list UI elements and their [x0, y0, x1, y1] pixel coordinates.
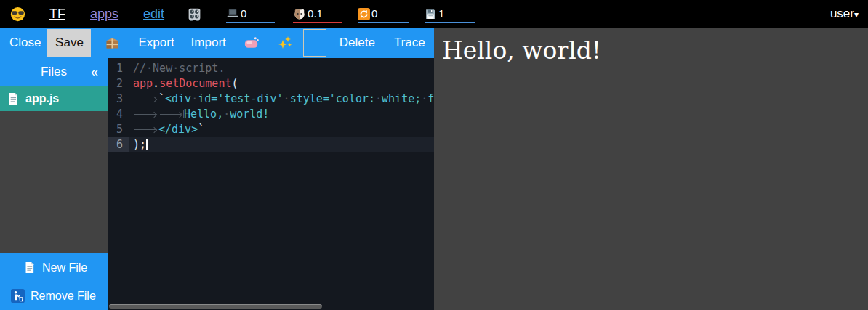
editor-toolbar: Close Save Export Import Delete Trace — [0, 28, 434, 58]
text-cursor — [146, 139, 148, 150]
laptop-icon — [226, 7, 239, 20]
collapse-sidebar-button[interactable]: « — [91, 65, 98, 80]
new-file-label: New File — [42, 261, 87, 274]
new-file-button[interactable]: New File — [0, 253, 108, 282]
files-sidebar: Files « app.js New File — [0, 58, 108, 310]
code-line-content: Hello,·world! — [129, 107, 434, 122]
code-token: ( — [231, 77, 238, 90]
code-token: · — [375, 92, 382, 105]
saves-metric-field[interactable]: 1 — [425, 4, 475, 23]
line-number[interactable]: 6 — [108, 137, 129, 152]
code-token: world! — [230, 107, 269, 121]
user-menu[interactable]: user▾ — [830, 7, 859, 21]
sunglasses-face-icon[interactable] — [10, 7, 25, 22]
file-tree-area[interactable] — [0, 111, 108, 253]
code-token: ` — [198, 123, 204, 136]
code-token: script. — [179, 62, 225, 75]
code-token: id='test-div' — [198, 92, 283, 105]
line-number[interactable]: 2 — [108, 76, 129, 91]
code-line-content: //·New·script. — [129, 61, 434, 76]
code-token: · — [172, 62, 179, 75]
tab-marker-icon — [133, 109, 158, 119]
code-line[interactable]: 6); — [108, 137, 434, 152]
export-button[interactable]: Export — [138, 36, 174, 50]
apps-link[interactable]: apps — [90, 7, 118, 22]
sparkles-icon[interactable] — [278, 36, 292, 50]
code-token: Hello, — [184, 107, 223, 121]
code-line-content: app.setDocument( — [129, 76, 434, 91]
refresh-metric-field[interactable]: 0 — [358, 4, 409, 23]
code-line-content: ); — [129, 137, 434, 152]
code-rows: 1//·New·script.2app.setDocument(3`<div·i… — [108, 61, 434, 152]
new-file-icon — [24, 261, 35, 274]
code-line-content: </div>` — [129, 122, 434, 137]
refresh-icon — [358, 8, 370, 20]
code-token: setDocument — [159, 77, 231, 90]
code-token: New — [153, 62, 172, 75]
floppy-disk-icon — [425, 8, 437, 20]
file-name: app.js — [25, 92, 59, 105]
code-token: </div> — [158, 123, 198, 136]
code-token: . — [153, 77, 159, 90]
tab-marker-icon — [133, 124, 158, 134]
remove-file-label: Remove File — [31, 290, 96, 303]
caret-down-icon: ▾ — [854, 9, 859, 20]
trace-button[interactable]: Trace — [394, 36, 425, 50]
line-number[interactable]: 5 — [108, 122, 129, 137]
files-header: Files « — [0, 58, 108, 86]
memory-metric-field[interactable]: 0.1 — [293, 4, 342, 23]
edit-link[interactable]: edit — [143, 7, 164, 22]
line-number[interactable]: 1 — [108, 61, 129, 76]
code-line[interactable]: 2app.setDocument( — [108, 76, 434, 91]
metric-value: 0 — [241, 7, 246, 20]
code-line[interactable]: 3`<div·id='test-div'·style='color:·white… — [108, 91, 434, 107]
user-menu-label: user — [830, 7, 854, 20]
code-line-content: `<div·id='test-div'·style='color:·white;… — [129, 91, 434, 107]
preview-text: Hello, world! — [434, 28, 868, 65]
save-button[interactable]: Save — [47, 29, 91, 57]
horizontal-scrollbar[interactable] — [109, 304, 322, 309]
hamster-icon — [293, 7, 306, 20]
remove-file-icon — [11, 289, 25, 303]
code-token: · — [191, 92, 198, 105]
package-icon[interactable] — [105, 36, 120, 51]
code-line[interactable]: 4Hello,·world! — [108, 107, 434, 122]
import-button[interactable]: Import — [191, 36, 226, 50]
delete-button[interactable]: Delete — [339, 36, 375, 50]
remove-file-button[interactable]: Remove File — [0, 282, 108, 310]
code-token: // — [133, 62, 146, 75]
code-token: f — [427, 92, 434, 105]
line-number[interactable]: 3 — [108, 91, 129, 107]
code-token: · — [146, 62, 153, 75]
preview-pane: Hello, world! — [434, 28, 868, 310]
code-token: · — [421, 92, 427, 105]
file-icon — [7, 92, 19, 105]
code-token: · — [284, 92, 290, 105]
metric-value: 1 — [438, 7, 444, 20]
files-title: Files — [41, 65, 67, 79]
line-number[interactable]: 4 — [108, 107, 129, 122]
top-bar: TF apps edit 0 — [0, 0, 868, 28]
code-token: app — [133, 77, 153, 90]
metric-value: 0 — [371, 7, 377, 20]
tab-marker-icon — [158, 109, 184, 119]
control-knobs-icon[interactable] — [187, 7, 202, 22]
close-button[interactable]: Close — [9, 36, 41, 50]
code-token: ); — [133, 138, 146, 151]
cpu-metric-field[interactable]: 0 — [226, 4, 275, 23]
file-item-appjs[interactable]: app.js — [0, 86, 108, 111]
soap-icon[interactable] — [244, 36, 260, 50]
metric-value: 0.1 — [308, 7, 323, 20]
tab-marker-icon — [133, 94, 158, 104]
code-line[interactable]: 1//·New·script. — [108, 61, 434, 76]
code-editor[interactable]: 1//·New·script.2app.setDocument(3`<div·i… — [108, 58, 434, 310]
color-box-input[interactable] — [303, 29, 326, 57]
code-token: · — [223, 107, 230, 121]
brand-link[interactable]: TF — [49, 7, 65, 22]
code-token: <div — [165, 92, 191, 105]
code-line[interactable]: 5</div>` — [108, 122, 434, 137]
code-token: style='color: — [290, 92, 375, 105]
code-token: white; — [382, 92, 421, 105]
code-token: ` — [158, 92, 165, 105]
